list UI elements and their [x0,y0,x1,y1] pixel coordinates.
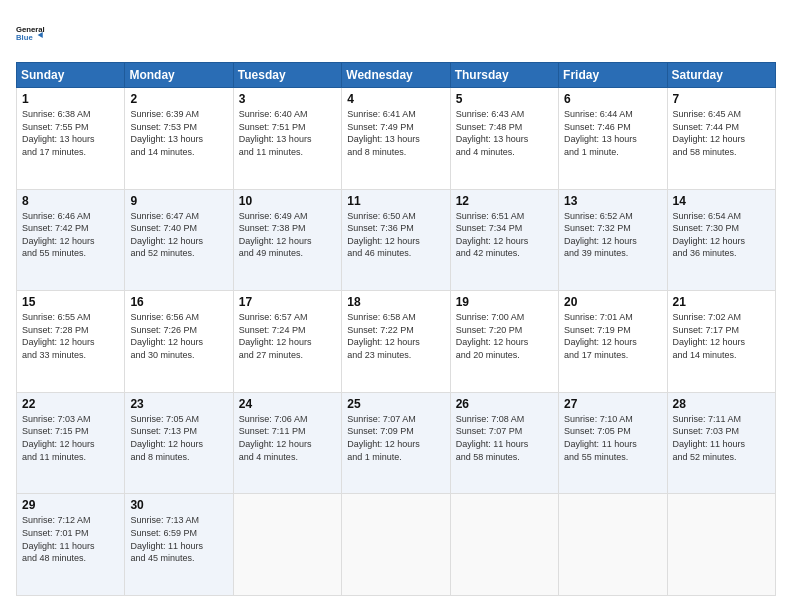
day-number: 26 [456,397,553,411]
day-number: 20 [564,295,661,309]
calendar-day-3: 3Sunrise: 6:40 AM Sunset: 7:51 PM Daylig… [233,88,341,190]
day-number: 9 [130,194,227,208]
day-number: 23 [130,397,227,411]
calendar-day-1: 1Sunrise: 6:38 AM Sunset: 7:55 PM Daylig… [17,88,125,190]
day-number: 10 [239,194,336,208]
day-number: 28 [673,397,770,411]
day-number: 12 [456,194,553,208]
calendar-day-20: 20Sunrise: 7:01 AM Sunset: 7:19 PM Dayli… [559,291,667,393]
day-number: 29 [22,498,119,512]
empty-cell [559,494,667,596]
calendar-week-4: 22Sunrise: 7:03 AM Sunset: 7:15 PM Dayli… [17,392,776,494]
day-number: 17 [239,295,336,309]
calendar-day-21: 21Sunrise: 7:02 AM Sunset: 7:17 PM Dayli… [667,291,775,393]
calendar-day-4: 4Sunrise: 6:41 AM Sunset: 7:49 PM Daylig… [342,88,450,190]
day-info: Sunrise: 7:05 AM Sunset: 7:13 PM Dayligh… [130,413,227,463]
svg-text:Blue: Blue [16,33,33,42]
day-number: 18 [347,295,444,309]
calendar-day-8: 8Sunrise: 6:46 AM Sunset: 7:42 PM Daylig… [17,189,125,291]
calendar-day-18: 18Sunrise: 6:58 AM Sunset: 7:22 PM Dayli… [342,291,450,393]
day-info: Sunrise: 7:07 AM Sunset: 7:09 PM Dayligh… [347,413,444,463]
calendar-header-row: SundayMondayTuesdayWednesdayThursdayFrid… [17,63,776,88]
day-number: 15 [22,295,119,309]
calendar-header-monday: Monday [125,63,233,88]
calendar-header-sunday: Sunday [17,63,125,88]
empty-cell [233,494,341,596]
day-number: 4 [347,92,444,106]
day-number: 2 [130,92,227,106]
calendar-day-14: 14Sunrise: 6:54 AM Sunset: 7:30 PM Dayli… [667,189,775,291]
calendar-day-10: 10Sunrise: 6:49 AM Sunset: 7:38 PM Dayli… [233,189,341,291]
calendar-day-12: 12Sunrise: 6:51 AM Sunset: 7:34 PM Dayli… [450,189,558,291]
calendar-header-tuesday: Tuesday [233,63,341,88]
day-info: Sunrise: 6:54 AM Sunset: 7:30 PM Dayligh… [673,210,770,260]
day-info: Sunrise: 6:52 AM Sunset: 7:32 PM Dayligh… [564,210,661,260]
calendar-week-1: 1Sunrise: 6:38 AM Sunset: 7:55 PM Daylig… [17,88,776,190]
day-number: 27 [564,397,661,411]
day-info: Sunrise: 6:50 AM Sunset: 7:36 PM Dayligh… [347,210,444,260]
day-number: 19 [456,295,553,309]
day-info: Sunrise: 7:12 AM Sunset: 7:01 PM Dayligh… [22,514,119,564]
day-info: Sunrise: 6:39 AM Sunset: 7:53 PM Dayligh… [130,108,227,158]
day-info: Sunrise: 6:57 AM Sunset: 7:24 PM Dayligh… [239,311,336,361]
day-number: 8 [22,194,119,208]
day-number: 7 [673,92,770,106]
day-info: Sunrise: 7:10 AM Sunset: 7:05 PM Dayligh… [564,413,661,463]
calendar-week-5: 29Sunrise: 7:12 AM Sunset: 7:01 PM Dayli… [17,494,776,596]
day-info: Sunrise: 6:47 AM Sunset: 7:40 PM Dayligh… [130,210,227,260]
day-info: Sunrise: 6:38 AM Sunset: 7:55 PM Dayligh… [22,108,119,158]
day-info: Sunrise: 6:46 AM Sunset: 7:42 PM Dayligh… [22,210,119,260]
day-info: Sunrise: 6:49 AM Sunset: 7:38 PM Dayligh… [239,210,336,260]
day-number: 13 [564,194,661,208]
calendar-day-28: 28Sunrise: 7:11 AM Sunset: 7:03 PM Dayli… [667,392,775,494]
day-info: Sunrise: 6:58 AM Sunset: 7:22 PM Dayligh… [347,311,444,361]
day-info: Sunrise: 6:43 AM Sunset: 7:48 PM Dayligh… [456,108,553,158]
empty-cell [667,494,775,596]
day-number: 16 [130,295,227,309]
day-number: 1 [22,92,119,106]
calendar-day-6: 6Sunrise: 6:44 AM Sunset: 7:46 PM Daylig… [559,88,667,190]
calendar-day-23: 23Sunrise: 7:05 AM Sunset: 7:13 PM Dayli… [125,392,233,494]
day-info: Sunrise: 6:51 AM Sunset: 7:34 PM Dayligh… [456,210,553,260]
calendar-week-2: 8Sunrise: 6:46 AM Sunset: 7:42 PM Daylig… [17,189,776,291]
day-info: Sunrise: 7:08 AM Sunset: 7:07 PM Dayligh… [456,413,553,463]
calendar-day-5: 5Sunrise: 6:43 AM Sunset: 7:48 PM Daylig… [450,88,558,190]
calendar-day-30: 30Sunrise: 7:13 AM Sunset: 6:59 PM Dayli… [125,494,233,596]
day-number: 21 [673,295,770,309]
calendar-day-16: 16Sunrise: 6:56 AM Sunset: 7:26 PM Dayli… [125,291,233,393]
day-number: 3 [239,92,336,106]
day-info: Sunrise: 7:06 AM Sunset: 7:11 PM Dayligh… [239,413,336,463]
svg-text:General: General [16,25,45,34]
day-info: Sunrise: 6:41 AM Sunset: 7:49 PM Dayligh… [347,108,444,158]
day-info: Sunrise: 6:56 AM Sunset: 7:26 PM Dayligh… [130,311,227,361]
calendar-day-19: 19Sunrise: 7:00 AM Sunset: 7:20 PM Dayli… [450,291,558,393]
calendar-day-9: 9Sunrise: 6:47 AM Sunset: 7:40 PM Daylig… [125,189,233,291]
logo-icon: GeneralBlue [16,16,52,52]
header: GeneralBlue [16,16,776,52]
calendar-day-27: 27Sunrise: 7:10 AM Sunset: 7:05 PM Dayli… [559,392,667,494]
day-info: Sunrise: 6:44 AM Sunset: 7:46 PM Dayligh… [564,108,661,158]
day-info: Sunrise: 7:01 AM Sunset: 7:19 PM Dayligh… [564,311,661,361]
day-number: 30 [130,498,227,512]
calendar-day-15: 15Sunrise: 6:55 AM Sunset: 7:28 PM Dayli… [17,291,125,393]
calendar-week-3: 15Sunrise: 6:55 AM Sunset: 7:28 PM Dayli… [17,291,776,393]
calendar-day-22: 22Sunrise: 7:03 AM Sunset: 7:15 PM Dayli… [17,392,125,494]
day-info: Sunrise: 6:45 AM Sunset: 7:44 PM Dayligh… [673,108,770,158]
day-info: Sunrise: 7:11 AM Sunset: 7:03 PM Dayligh… [673,413,770,463]
calendar-day-25: 25Sunrise: 7:07 AM Sunset: 7:09 PM Dayli… [342,392,450,494]
calendar-day-26: 26Sunrise: 7:08 AM Sunset: 7:07 PM Dayli… [450,392,558,494]
calendar-day-17: 17Sunrise: 6:57 AM Sunset: 7:24 PM Dayli… [233,291,341,393]
day-info: Sunrise: 7:13 AM Sunset: 6:59 PM Dayligh… [130,514,227,564]
day-number: 5 [456,92,553,106]
day-number: 11 [347,194,444,208]
calendar-day-7: 7Sunrise: 6:45 AM Sunset: 7:44 PM Daylig… [667,88,775,190]
day-info: Sunrise: 7:02 AM Sunset: 7:17 PM Dayligh… [673,311,770,361]
day-number: 6 [564,92,661,106]
day-number: 24 [239,397,336,411]
calendar-table: SundayMondayTuesdayWednesdayThursdayFrid… [16,62,776,596]
day-number: 22 [22,397,119,411]
calendar-header-wednesday: Wednesday [342,63,450,88]
day-number: 14 [673,194,770,208]
logo: GeneralBlue [16,16,52,52]
calendar-day-29: 29Sunrise: 7:12 AM Sunset: 7:01 PM Dayli… [17,494,125,596]
